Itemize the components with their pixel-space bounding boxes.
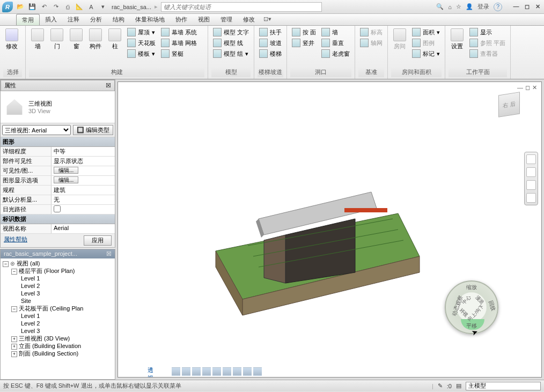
- close-button[interactable]: ✕: [533, 3, 542, 10]
- key-icon[interactable]: ⌂: [448, 4, 452, 10]
- property-help-link[interactable]: 属性帮助: [4, 235, 27, 246]
- redo-icon[interactable]: ↷: [52, 3, 60, 11]
- ramp-button[interactable]: 坡道: [258, 38, 283, 48]
- floor-button[interactable]: 楼板 ▾: [126, 49, 157, 58]
- print-icon[interactable]: ⎙: [63, 3, 72, 11]
- sun-icon[interactable]: [202, 367, 211, 376]
- curtain-sys-button[interactable]: 幕墙 系统: [159, 27, 199, 37]
- view-cube[interactable]: 右 后: [493, 93, 525, 125]
- tab-view[interactable]: 视图: [193, 14, 215, 25]
- tab-massing[interactable]: 体量和场地: [130, 14, 170, 25]
- tab-insert[interactable]: 插入: [40, 14, 62, 25]
- visual-style-icon[interactable]: [192, 367, 201, 376]
- tab-modify[interactable]: 修改: [238, 14, 260, 25]
- measure-icon[interactable]: 📐: [75, 3, 84, 11]
- tree-item[interactable]: Level 3: [2, 290, 114, 297]
- wall-button[interactable]: 墙: [29, 27, 46, 51]
- door-button[interactable]: 门: [48, 27, 65, 51]
- apply-button[interactable]: 应用: [84, 235, 112, 246]
- model-input[interactable]: [466, 382, 541, 390]
- pan-icon[interactable]: [526, 167, 536, 177]
- hide-icon[interactable]: [243, 367, 252, 376]
- tab-analyze[interactable]: 分析: [85, 14, 107, 25]
- star-icon[interactable]: ☆: [456, 3, 461, 10]
- tree-item[interactable]: Site: [2, 297, 114, 305]
- steering-wheel[interactable]: 缩放 动态观察 平移 回放 中心 环视 向上/向下 漫游: [445, 280, 498, 334]
- crop-icon[interactable]: [233, 367, 241, 376]
- steering-wheel-icon[interactable]: [526, 154, 536, 164]
- tree-item[interactable]: Level 2: [2, 282, 114, 290]
- login-label[interactable]: 登录: [477, 3, 489, 11]
- curtain-grid-button[interactable]: 幕墙 网格: [159, 38, 199, 48]
- properties-header[interactable]: 属性 ☒: [1, 80, 115, 91]
- mullion-button[interactable]: 竖梃: [159, 49, 199, 58]
- component-button[interactable]: 构件: [87, 27, 104, 51]
- legend-button[interactable]: 图例: [410, 38, 442, 48]
- set-button[interactable]: 设置: [449, 27, 466, 51]
- tab-annotate[interactable]: 注释: [62, 14, 85, 25]
- browser-header[interactable]: rac_basic_sample_project...☒: [1, 249, 115, 258]
- undo-icon[interactable]: ↶: [40, 3, 48, 11]
- vp-minimize-icon[interactable]: —: [517, 84, 523, 91]
- level-button[interactable]: 标高: [358, 27, 384, 37]
- tab-structure[interactable]: 结构: [107, 14, 130, 25]
- vp-close-icon[interactable]: ✕: [532, 84, 537, 91]
- help-icon[interactable]: ?: [494, 3, 502, 11]
- tab-manage[interactable]: 管理: [215, 14, 238, 25]
- dropdown-icon[interactable]: ▾: [99, 3, 107, 11]
- close-icon[interactable]: ☒: [106, 82, 111, 89]
- save-icon[interactable]: 💾: [28, 3, 36, 11]
- binoculars-icon[interactable]: 🔍: [436, 3, 444, 10]
- edit-visgraphics-button[interactable]: 编辑...: [54, 167, 78, 174]
- grid-button[interactable]: 轴网: [358, 38, 384, 48]
- room-button[interactable]: 房间: [391, 27, 408, 51]
- byface-button[interactable]: 按 面: [290, 27, 318, 37]
- edit-display-button[interactable]: 编辑...: [54, 176, 78, 183]
- close-icon[interactable]: ☒: [106, 250, 112, 257]
- expand-icon[interactable]: −: [3, 261, 9, 267]
- sunpath-checkbox[interactable]: [54, 205, 61, 212]
- search-input[interactable]: [161, 2, 322, 12]
- maximize-button[interactable]: ◻: [523, 3, 531, 10]
- tag-button[interactable]: 标记 ▾: [410, 49, 442, 58]
- vp-maximize-icon[interactable]: ◻: [525, 84, 530, 91]
- viewer-button[interactable]: 查看器: [468, 49, 507, 58]
- detail-icon[interactable]: [182, 367, 190, 376]
- minimize-button[interactable]: —: [512, 3, 520, 10]
- edit-type-button[interactable]: 🔲 编辑类型: [73, 125, 113, 135]
- reveal-icon[interactable]: [253, 367, 262, 376]
- workset-icon[interactable]: ✎: [438, 382, 443, 389]
- user-icon[interactable]: 👤: [466, 3, 473, 10]
- refplane-button[interactable]: 参照 平面: [468, 38, 507, 48]
- modify-button[interactable]: 修改: [3, 27, 20, 51]
- vertical-button[interactable]: 垂直: [320, 38, 351, 48]
- model-group-button[interactable]: 模型 组 ▾: [211, 49, 251, 58]
- filter-icon[interactable]: ▤: [456, 382, 461, 389]
- ceiling-button[interactable]: 天花板: [126, 38, 157, 48]
- render-icon[interactable]: [223, 367, 231, 376]
- tab-overflow-icon[interactable]: ⊡▾: [260, 14, 275, 25]
- wall-opening-button[interactable]: 墙: [320, 27, 351, 37]
- stair-button[interactable]: 楼梯: [258, 49, 283, 58]
- scale-icon[interactable]: [172, 367, 180, 376]
- tree-item[interactable]: Level 2: [2, 320, 114, 327]
- railing-button[interactable]: 扶手: [258, 27, 283, 37]
- tree-item[interactable]: Level 1: [2, 312, 114, 320]
- area-button[interactable]: 面积 ▾: [410, 27, 442, 37]
- text-icon[interactable]: A: [87, 3, 95, 11]
- 3d-viewport[interactable]: — ◻ ✕ 右 后: [117, 82, 542, 378]
- column-button[interactable]: 柱: [106, 27, 123, 51]
- type-selector[interactable]: 三维视图: Aerial: [2, 125, 71, 135]
- model-text-button[interactable]: 模型 文字: [211, 27, 251, 37]
- zoom-icon[interactable]: [526, 180, 536, 190]
- dormer-button[interactable]: 老虎窗: [320, 49, 351, 58]
- tree[interactable]: −⊙ 视图 (all) −楼层平面 (Floor Plan) Level 1 L…: [1, 258, 115, 379]
- tab-collab[interactable]: 协作: [170, 14, 193, 25]
- tree-item[interactable]: Level 3: [2, 327, 114, 335]
- roof-button[interactable]: 屋顶 ▾: [126, 27, 157, 37]
- orbit-icon[interactable]: [526, 193, 536, 203]
- model-line-button[interactable]: 模型 线: [211, 38, 251, 48]
- shadow-icon[interactable]: [212, 367, 221, 376]
- tree-item[interactable]: Level 1: [2, 275, 114, 282]
- shaft-button[interactable]: 竖井: [290, 38, 318, 48]
